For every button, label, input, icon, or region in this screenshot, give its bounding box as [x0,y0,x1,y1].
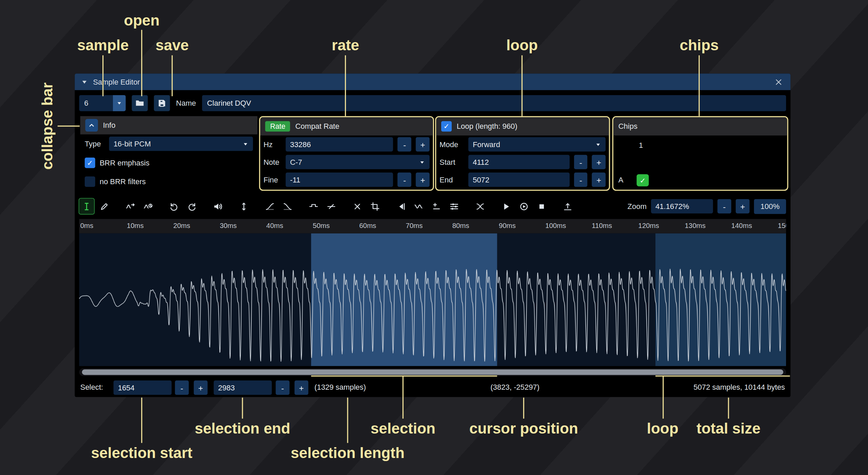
delete-button[interactable] [350,198,365,214]
zoom-out-button[interactable]: - [717,199,731,213]
chevron-up-icon [88,122,95,129]
note-select[interactable]: C-7 [286,155,430,169]
crossfade-button[interactable] [473,198,488,214]
zoom-in-button[interactable]: + [736,199,750,213]
annotation-cursor-position: cursor position [469,420,578,437]
save-button[interactable] [154,95,170,111]
selection-start-decrease-button[interactable]: - [175,381,189,395]
loop-mode-label: Mode [439,140,464,148]
loop-start-decrease-button[interactable]: - [574,155,588,169]
selection-start-increase-button[interactable]: + [194,381,208,395]
play-from-cursor-button[interactable] [517,198,532,214]
invert-button[interactable] [411,198,426,214]
stop-button[interactable] [534,198,549,214]
insert-silence-button[interactable] [306,198,321,214]
annotation-line-selection-length [347,398,348,443]
sample-select[interactable]: 6 [79,95,126,111]
resample-button[interactable] [140,198,155,214]
name-input-value: Clarinet DQV [207,99,251,107]
trim-button[interactable] [368,198,383,214]
redo-button[interactable] [184,198,199,214]
open-button[interactable] [132,95,148,111]
loop-end-input[interactable]: 5072 [468,173,570,187]
ruler-label: 140ms [731,222,752,230]
annotation-sample: sample [77,37,129,54]
fine-decrease-button[interactable]: - [398,173,411,187]
annotation-save: save [155,37,189,54]
play-circle-icon [519,201,529,211]
fine-increase-button[interactable]: + [416,173,430,187]
selection-start-input[interactable]: 1654 [114,381,172,395]
window-titlebar[interactable]: Sample Editor [75,73,790,90]
loop-start-label: Start [439,158,464,166]
preview-button[interactable] [499,198,514,214]
rate-panel: Rate Compat Rate Hz 33286 - + Note C-7 F… [259,116,434,191]
fade-out-button[interactable] [280,198,295,214]
annotation-chips: chips [680,37,719,54]
loop-end-decrease-button[interactable]: - [574,173,588,187]
draw-mode-button[interactable] [97,198,112,214]
zoom-reset-button[interactable]: 100% [754,199,786,214]
fine-label: Fine [264,176,281,184]
close-button[interactable] [773,76,784,88]
loop-end-increase-button[interactable]: + [592,173,606,187]
hz-input[interactable]: 33286 [286,137,393,152]
chips-panel-header: Chips [613,117,787,136]
scrollbar-thumb[interactable] [82,369,783,375]
annotation-line-save [171,55,172,96]
silence-line-icon [327,201,336,211]
hz-increase-button[interactable]: + [416,137,430,152]
plus-minus-icon [432,201,441,211]
rate-badge[interactable]: Rate [265,121,290,131]
resize-wave-icon [126,201,135,211]
fine-input[interactable]: -11 [286,173,393,187]
loop-start-increase-button[interactable]: + [592,155,606,169]
ruler-label: 80ms [452,222,469,230]
annotation-collapse-bar: collapse bar [39,83,56,170]
selection-end-decrease-button[interactable]: - [276,381,290,395]
loop-enabled-checkbox[interactable]: ✓ [441,121,452,131]
window-collapse-icon[interactable] [81,79,87,85]
annotation-line-collapse-bar [57,125,80,126]
annotation-line-selection-start [141,398,142,443]
cursor-position-text: (3823, -25297) [490,383,539,391]
play-icon [502,201,511,211]
annotation-bracket-loop [655,375,790,376]
reverse-button[interactable] [394,198,408,214]
amplify-button[interactable] [210,198,225,214]
annotation-line-selection [402,375,403,419]
waveform-scrollbar[interactable] [79,368,786,376]
selection-end-input[interactable]: 2983 [214,381,272,395]
annotation-line-selection-end [241,398,243,419]
no-brr-filters-checkbox[interactable] [85,176,95,187]
import-button[interactable] [560,198,575,214]
type-select[interactable]: 16-bit PCM [109,137,253,151]
brr-emphasis-checkbox[interactable]: ✓ [85,157,95,168]
normalize-button[interactable] [236,198,251,214]
ruler-label: 150ms [778,222,786,230]
select-mode-button[interactable] [79,198,94,214]
loop-start-input[interactable]: 4112 [468,155,570,169]
no-brr-filters-label: no BRR filters [100,177,146,186]
apply-silence-button[interactable] [324,198,339,214]
resize-button[interactable] [123,198,138,214]
waveform-area[interactable] [79,233,786,366]
fade-in-button[interactable] [262,198,277,214]
chips-body: 1 A ✓ [613,136,787,191]
zoom-input[interactable]: 41.1672% [651,199,713,213]
annotation-line-loop-top [521,55,522,116]
note-label: Note [264,158,281,166]
loop-mode-select[interactable]: Forward [468,137,606,152]
rate-panel-header: Rate Compat Rate [260,117,433,136]
timeline-ruler[interactable]: 0ms 10ms 20ms 30ms 40ms 50ms 60ms 70ms 8… [79,219,786,233]
chip-a-checkbox[interactable]: ✓ [637,174,649,187]
hz-decrease-button[interactable]: - [398,137,411,152]
selection-end-increase-button[interactable]: + [295,381,308,395]
annotation-line-loop-bottom [662,375,663,419]
flip-sign-button[interactable] [429,198,444,214]
undo-button[interactable] [167,198,182,214]
ruler-label: 70ms [406,222,423,230]
filter-button[interactable] [447,198,462,214]
info-collapse-button[interactable] [85,119,98,131]
select-label: Select: [80,383,103,391]
